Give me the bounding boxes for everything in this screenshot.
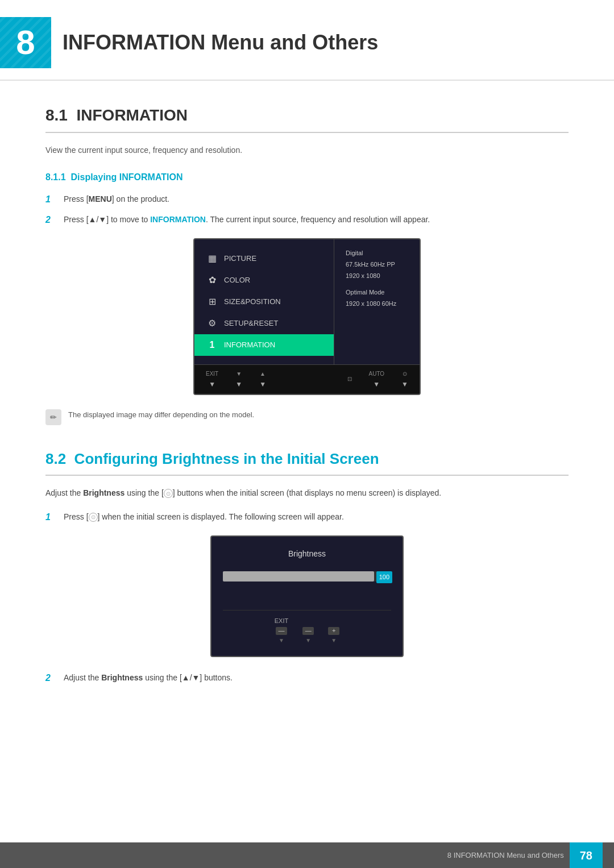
menu-info-panel: ▦ PICTURE ✿ COLOR ⊞ SIZE&POSITION ⚙: [194, 239, 420, 364]
menu-item-size: ⊞ SIZE&POSITION: [194, 291, 334, 313]
footer-btn-power: ⊙ ▼: [401, 369, 408, 389]
monitor-screen-mockup: ▦ PICTURE ✿ COLOR ⊞ SIZE&POSITION ⚙: [193, 238, 421, 395]
main-content: 8.1 INFORMATION View the current input s…: [0, 103, 614, 742]
info-num-badge: 1: [206, 339, 218, 351]
note-box: ✏ The displayed image may differ dependi…: [45, 409, 569, 425]
monitor-menu: ▦ PICTURE ✿ COLOR ⊞ SIZE&POSITION ⚙: [194, 239, 334, 364]
picture-icon: ▦: [206, 252, 218, 265]
step-1: 1 Press [MENU] on the product.: [45, 193, 569, 206]
b-footer-btn-minus: . — ▼: [302, 616, 314, 645]
brightness-footer: EXIT — ▼ . — ▼ . + ▼: [223, 610, 391, 645]
brightness-bold-2: Brightness: [101, 673, 143, 682]
page-number: 78: [570, 842, 603, 868]
chapter-number: 8: [16, 17, 35, 68]
brightness-value: 100: [376, 571, 392, 583]
note-icon: ✏: [45, 409, 61, 425]
section-8-1: 8.1 INFORMATION View the current input s…: [45, 103, 569, 425]
section-8-2-heading: 8.2 Configuring Brightness in the Initia…: [45, 448, 569, 476]
chapter-title: INFORMATION Menu and Others: [63, 27, 378, 58]
section-8-1-steps: 1 Press [MENU] on the product. 2 Press […: [45, 193, 569, 227]
section-8-1-intro: View the current input source, frequency…: [45, 144, 569, 156]
section-8-2-step2-list: 2 Adjust the Brightness using the [▲/▼] …: [45, 671, 569, 685]
size-icon: ⊞: [206, 296, 218, 308]
footer-btn-down: ▼ ▼: [235, 369, 242, 389]
info-line-1: Digital: [346, 248, 408, 259]
section-8-2: 8.2 Configuring Brightness in the Initia…: [45, 448, 569, 685]
brightness-bar-container: 100: [223, 571, 391, 582]
page-footer: 8 INFORMATION Menu and Others 78: [0, 842, 614, 868]
menu-item-setup: ⚙ SETUP&RESET: [194, 313, 334, 334]
menu-item-information: 1 INFORMATION: [194, 334, 334, 356]
step-8-2-1: 1 Press [⊙] when the initial screen is d…: [45, 510, 569, 524]
brightness-screen-mockup: Brightness 100 EXIT — ▼ . — ▼: [210, 535, 404, 657]
chapter-number-box: 8: [0, 17, 51, 68]
circle-icon-2: ⊙: [89, 513, 98, 522]
chapter-header: 8 INFORMATION Menu and Others: [0, 0, 614, 81]
menu-item-color: ✿ COLOR: [194, 269, 334, 291]
color-icon: ✿: [206, 274, 218, 286]
subsection-8-1-1-heading: 8.1.1 Displaying INFORMATION: [45, 171, 569, 184]
info-line-2: 67.5kHz 60Hz PP: [346, 259, 408, 271]
section-8-1-heading: 8.1 INFORMATION: [45, 103, 569, 133]
step-2: 2 Press [▲/▼] to move to INFORMATION. Th…: [45, 213, 569, 227]
info-line-5: Optimal Mode: [346, 287, 408, 298]
section-8-2-intro: Adjust the Brightness using the [⊙] butt…: [45, 487, 569, 499]
step-8-2-2: 2 Adjust the Brightness using the [▲/▼] …: [45, 671, 569, 685]
note-text: The displayed image may differ depending…: [68, 409, 254, 421]
b-footer-btn-exit: EXIT — ▼: [275, 616, 288, 645]
footer-btn-auto: AUTO ▼: [369, 369, 385, 389]
b-footer-btn-plus: . + ▼: [328, 616, 339, 645]
info-line-6: 1920 x 1080 60Hz: [346, 298, 408, 310]
monitor-footer: EXIT ▼ ▼ ▼ ▲ ▼ ⊡ AUTO ▼: [194, 364, 420, 394]
section-8-2-steps: 1 Press [⊙] when the initial screen is d…: [45, 510, 569, 524]
brightness-title: Brightness: [223, 548, 391, 560]
footer-btn-source: ⊡: [347, 375, 352, 384]
info-line-3: 1920 x 1080: [346, 271, 408, 282]
menu-item-picture: ▦ PICTURE: [194, 248, 334, 269]
menu-right-info: Digital 67.5kHz 60Hz PP 1920 x 1080 Opti…: [334, 239, 420, 364]
footer-btn-exit: EXIT ▼: [206, 369, 218, 389]
footer-btn-up: ▲ ▼: [259, 369, 266, 389]
circle-icon-1: ⊙: [164, 489, 173, 498]
brightness-bold-1: Brightness: [83, 488, 125, 497]
footer-text: 8 INFORMATION Menu and Others: [447, 850, 564, 861]
brightness-bar-track: 100: [223, 571, 391, 582]
brightness-bar-fill: [223, 571, 374, 582]
menu-left-panel: ▦ PICTURE ✿ COLOR ⊞ SIZE&POSITION ⚙: [194, 239, 334, 364]
setup-icon: ⚙: [206, 317, 218, 330]
